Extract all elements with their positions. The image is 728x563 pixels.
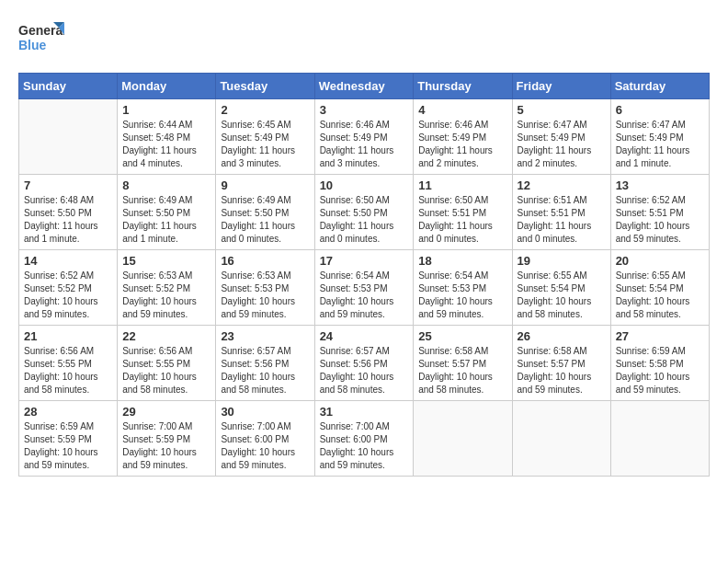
- day-cell: [610, 401, 709, 477]
- day-number: 28: [24, 405, 112, 419]
- day-number: 31: [320, 405, 409, 419]
- day-cell: 14Sunrise: 6:52 AM Sunset: 5:52 PM Dayli…: [19, 250, 118, 326]
- day-number: 3: [320, 103, 409, 117]
- week-row-4: 21Sunrise: 6:56 AM Sunset: 5:55 PM Dayli…: [19, 326, 710, 401]
- day-number: 26: [518, 329, 606, 343]
- day-info: Sunrise: 6:46 AM Sunset: 5:49 PM Dayligh…: [320, 119, 409, 170]
- day-number: 15: [122, 254, 210, 268]
- day-number: 17: [320, 254, 409, 268]
- day-number: 25: [418, 329, 506, 343]
- header-tuesday: Tuesday: [216, 74, 314, 99]
- day-cell: 1Sunrise: 6:44 AM Sunset: 5:48 PM Daylig…: [118, 99, 216, 175]
- day-cell: 29Sunrise: 7:00 AM Sunset: 5:59 PM Dayli…: [118, 401, 216, 477]
- svg-text:Blue: Blue: [18, 38, 47, 52]
- day-info: Sunrise: 6:48 AM Sunset: 5:50 PM Dayligh…: [24, 194, 112, 246]
- day-number: 5: [518, 103, 606, 117]
- day-info: Sunrise: 6:56 AM Sunset: 5:55 PM Dayligh…: [24, 345, 112, 396]
- day-number: 20: [616, 254, 704, 268]
- day-cell: 24Sunrise: 6:57 AM Sunset: 5:56 PM Dayli…: [314, 326, 414, 401]
- day-number: 22: [122, 329, 210, 343]
- logo: General Blue: [18, 18, 64, 63]
- day-cell: 19Sunrise: 6:55 AM Sunset: 5:54 PM Dayli…: [512, 250, 610, 326]
- day-number: 8: [122, 178, 210, 192]
- day-info: Sunrise: 6:55 AM Sunset: 5:54 PM Dayligh…: [518, 270, 606, 321]
- day-cell: 27Sunrise: 6:59 AM Sunset: 5:58 PM Dayli…: [610, 326, 709, 401]
- day-number: 7: [24, 178, 112, 192]
- day-cell: 2Sunrise: 6:45 AM Sunset: 5:49 PM Daylig…: [216, 99, 314, 175]
- day-cell: 15Sunrise: 6:53 AM Sunset: 5:52 PM Dayli…: [118, 250, 216, 326]
- day-number: 29: [122, 405, 210, 419]
- day-info: Sunrise: 6:50 AM Sunset: 5:51 PM Dayligh…: [418, 194, 506, 246]
- day-cell: 7Sunrise: 6:48 AM Sunset: 5:50 PM Daylig…: [19, 175, 118, 250]
- day-info: Sunrise: 6:54 AM Sunset: 5:53 PM Dayligh…: [418, 270, 506, 321]
- day-info: Sunrise: 6:52 AM Sunset: 5:52 PM Dayligh…: [24, 270, 112, 321]
- day-info: Sunrise: 6:57 AM Sunset: 5:56 PM Dayligh…: [320, 345, 409, 396]
- day-info: Sunrise: 6:45 AM Sunset: 5:49 PM Dayligh…: [221, 119, 309, 170]
- day-number: 12: [518, 178, 606, 192]
- calendar-header-row: SundayMondayTuesdayWednesdayThursdayFrid…: [19, 74, 710, 99]
- day-cell: 25Sunrise: 6:58 AM Sunset: 5:57 PM Dayli…: [414, 326, 512, 401]
- day-cell: 13Sunrise: 6:52 AM Sunset: 5:51 PM Dayli…: [610, 175, 709, 250]
- header-wednesday: Wednesday: [314, 74, 414, 99]
- calendar-table: SundayMondayTuesdayWednesdayThursdayFrid…: [18, 73, 710, 477]
- day-number: 19: [518, 254, 606, 268]
- week-row-2: 7Sunrise: 6:48 AM Sunset: 5:50 PM Daylig…: [19, 175, 710, 250]
- day-info: Sunrise: 7:00 AM Sunset: 6:00 PM Dayligh…: [221, 420, 309, 472]
- day-cell: [414, 401, 512, 477]
- week-row-5: 28Sunrise: 6:59 AM Sunset: 5:59 PM Dayli…: [19, 401, 710, 477]
- day-number: 11: [418, 178, 506, 192]
- day-info: Sunrise: 6:58 AM Sunset: 5:57 PM Dayligh…: [418, 345, 506, 396]
- day-cell: 31Sunrise: 7:00 AM Sunset: 6:00 PM Dayli…: [314, 401, 414, 477]
- day-cell: 4Sunrise: 6:46 AM Sunset: 5:49 PM Daylig…: [414, 99, 512, 175]
- day-info: Sunrise: 6:53 AM Sunset: 5:52 PM Dayligh…: [122, 270, 210, 321]
- day-cell: 26Sunrise: 6:58 AM Sunset: 5:57 PM Dayli…: [512, 326, 610, 401]
- day-cell: 18Sunrise: 6:54 AM Sunset: 5:53 PM Dayli…: [414, 250, 512, 326]
- day-info: Sunrise: 6:46 AM Sunset: 5:49 PM Dayligh…: [418, 119, 506, 170]
- day-cell: 30Sunrise: 7:00 AM Sunset: 6:00 PM Dayli…: [216, 401, 314, 477]
- day-cell: 5Sunrise: 6:47 AM Sunset: 5:49 PM Daylig…: [512, 99, 610, 175]
- header-friday: Friday: [512, 74, 610, 99]
- day-info: Sunrise: 6:54 AM Sunset: 5:53 PM Dayligh…: [320, 270, 409, 321]
- day-cell: 3Sunrise: 6:46 AM Sunset: 5:49 PM Daylig…: [314, 99, 414, 175]
- day-number: 16: [221, 254, 309, 268]
- day-info: Sunrise: 6:57 AM Sunset: 5:56 PM Dayligh…: [221, 345, 309, 396]
- day-number: 9: [221, 178, 309, 192]
- day-info: Sunrise: 6:52 AM Sunset: 5:51 PM Dayligh…: [616, 194, 704, 246]
- day-info: Sunrise: 6:59 AM Sunset: 5:58 PM Dayligh…: [616, 345, 704, 396]
- header-thursday: Thursday: [414, 74, 512, 99]
- week-row-1: 1Sunrise: 6:44 AM Sunset: 5:48 PM Daylig…: [19, 99, 710, 175]
- day-cell: 22Sunrise: 6:56 AM Sunset: 5:55 PM Dayli…: [118, 326, 216, 401]
- day-cell: 6Sunrise: 6:47 AM Sunset: 5:49 PM Daylig…: [610, 99, 709, 175]
- day-number: 27: [616, 329, 704, 343]
- logo-icon: General Blue: [18, 18, 64, 60]
- day-number: 18: [418, 254, 506, 268]
- logo-content: General Blue: [18, 18, 64, 63]
- day-cell: 28Sunrise: 6:59 AM Sunset: 5:59 PM Dayli…: [19, 401, 118, 477]
- day-cell: [512, 401, 610, 477]
- day-info: Sunrise: 6:59 AM Sunset: 5:59 PM Dayligh…: [24, 420, 112, 472]
- day-info: Sunrise: 6:49 AM Sunset: 5:50 PM Dayligh…: [221, 194, 309, 246]
- day-number: 6: [616, 103, 704, 117]
- day-info: Sunrise: 6:53 AM Sunset: 5:53 PM Dayligh…: [221, 270, 309, 321]
- day-info: Sunrise: 6:55 AM Sunset: 5:54 PM Dayligh…: [616, 270, 704, 321]
- day-cell: 11Sunrise: 6:50 AM Sunset: 5:51 PM Dayli…: [414, 175, 512, 250]
- page-header: General Blue: [18, 18, 710, 63]
- day-info: Sunrise: 6:47 AM Sunset: 5:49 PM Dayligh…: [616, 119, 704, 170]
- header-sunday: Sunday: [19, 74, 118, 99]
- week-row-3: 14Sunrise: 6:52 AM Sunset: 5:52 PM Dayli…: [19, 250, 710, 326]
- day-info: Sunrise: 6:56 AM Sunset: 5:55 PM Dayligh…: [122, 345, 210, 396]
- day-cell: 12Sunrise: 6:51 AM Sunset: 5:51 PM Dayli…: [512, 175, 610, 250]
- day-info: Sunrise: 6:58 AM Sunset: 5:57 PM Dayligh…: [518, 345, 606, 396]
- day-number: 23: [221, 329, 309, 343]
- day-cell: 20Sunrise: 6:55 AM Sunset: 5:54 PM Dayli…: [610, 250, 709, 326]
- day-info: Sunrise: 6:47 AM Sunset: 5:49 PM Dayligh…: [518, 119, 606, 170]
- day-number: 1: [122, 103, 210, 117]
- day-cell: 21Sunrise: 6:56 AM Sunset: 5:55 PM Dayli…: [19, 326, 118, 401]
- day-cell: 9Sunrise: 6:49 AM Sunset: 5:50 PM Daylig…: [216, 175, 314, 250]
- day-number: 4: [418, 103, 506, 117]
- day-cell: 23Sunrise: 6:57 AM Sunset: 5:56 PM Dayli…: [216, 326, 314, 401]
- day-info: Sunrise: 6:51 AM Sunset: 5:51 PM Dayligh…: [518, 194, 606, 246]
- day-number: 24: [320, 329, 409, 343]
- day-number: 21: [24, 329, 112, 343]
- day-number: 13: [616, 178, 704, 192]
